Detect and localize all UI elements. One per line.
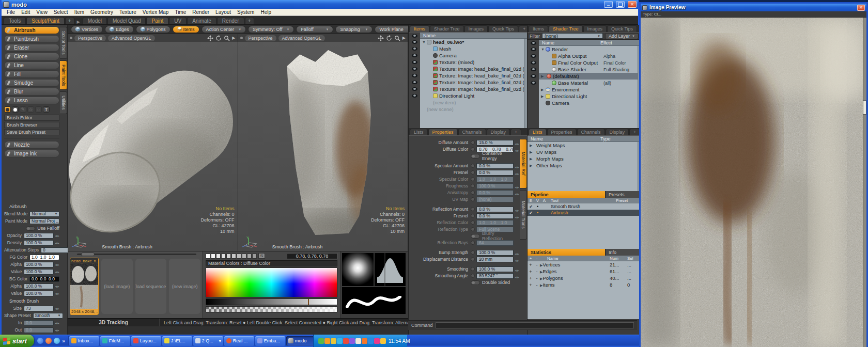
viewport-renderer-pill[interactable]: Advanced OpenGL bbox=[278, 35, 326, 41]
tab-display[interactable]: Display bbox=[606, 129, 629, 135]
color-swatch[interactable] bbox=[247, 254, 252, 259]
tab-quick-tips[interactable]: Quick Tips bbox=[488, 25, 518, 32]
tab-channels[interactable]: Channels bbox=[577, 129, 605, 135]
stepper-icon[interactable] bbox=[54, 240, 59, 245]
tab-add[interactable]: + bbox=[65, 17, 74, 24]
side-tab-material-ref[interactable]: Material Ref bbox=[520, 139, 527, 188]
soft-brush-icon[interactable] bbox=[4, 106, 11, 113]
specular-fresnel-field[interactable]: 0.0 % bbox=[476, 170, 514, 176]
expander-icon[interactable] bbox=[530, 144, 534, 148]
tab-properties[interactable]: Properties bbox=[547, 129, 577, 135]
expander-icon[interactable] bbox=[541, 74, 546, 78]
add-layer-button[interactable]: Add Layer bbox=[605, 33, 639, 39]
expand-plus-icon[interactable]: + bbox=[528, 276, 534, 281]
load-image-slot[interactable]: (load image) bbox=[101, 259, 133, 314]
tab-tools[interactable]: Tools bbox=[4, 17, 26, 24]
size-field[interactable]: 73 bbox=[24, 306, 54, 311]
stat-row-edges[interactable]: +-Edges61...... bbox=[528, 268, 641, 275]
statistics-title[interactable]: Statistics bbox=[528, 249, 605, 256]
paint-mode-select[interactable]: Normal Proj ... bbox=[29, 218, 59, 224]
pipeline-row-smooth-brush[interactable]: Smooth Brush bbox=[528, 203, 641, 210]
command-input[interactable] bbox=[436, 322, 634, 328]
tab-images[interactable]: Images bbox=[464, 25, 488, 32]
quick-launch-icon[interactable] bbox=[37, 338, 43, 344]
enable-check-icon[interactable] bbox=[528, 210, 534, 215]
eye-icon[interactable] bbox=[412, 94, 417, 98]
tray-icon[interactable] bbox=[337, 338, 343, 344]
visible-dot-icon[interactable] bbox=[534, 204, 541, 209]
tab-channels[interactable]: Channels bbox=[458, 129, 486, 135]
tool-line[interactable]: Line bbox=[4, 61, 59, 69]
viewport-renderer-pill[interactable]: Advanced OpenGL bbox=[108, 35, 155, 41]
item-row-texture[interactable]: Texture: (mixed) bbox=[420, 59, 527, 66]
vertices-mode-button[interactable]: Vertices bbox=[71, 26, 103, 33]
item-row-scene[interactable]: head_06.lwo* bbox=[420, 39, 527, 45]
zoom-icon[interactable] bbox=[394, 35, 400, 41]
eye-icon[interactable] bbox=[531, 54, 536, 58]
channel-icon[interactable] bbox=[471, 207, 475, 211]
tab-model-quad[interactable]: Model Quad bbox=[107, 17, 146, 24]
viewport-menu-dot[interactable] bbox=[70, 37, 72, 39]
stat-row-items[interactable]: +-Items80 bbox=[528, 281, 641, 288]
side-tab-utilities[interactable]: Utilities bbox=[60, 91, 67, 114]
tab-images[interactable]: Images bbox=[583, 25, 607, 32]
bg-color-field[interactable]: 0.0 0.0 0.0 bbox=[29, 276, 59, 282]
conserve-energy-checkbox[interactable] bbox=[471, 154, 480, 159]
pan-icon[interactable] bbox=[378, 35, 384, 41]
info-label[interactable]: Info bbox=[605, 249, 641, 256]
zoom-icon[interactable] bbox=[224, 35, 230, 41]
tool-smudge[interactable]: Smudge bbox=[4, 79, 59, 87]
side-tab-material-trans[interactable]: Material Trans bbox=[520, 190, 527, 240]
color-swatch[interactable] bbox=[242, 254, 246, 259]
item-row-camera[interactable]: Camera bbox=[420, 52, 527, 59]
shader-row-final-color[interactable]: Final Color OutputFinal Color bbox=[539, 59, 641, 66]
tab-lists[interactable]: Lists bbox=[529, 129, 547, 135]
item-row-texture[interactable]: Texture: Image: head_bake_final_02d (3) bbox=[420, 66, 527, 72]
modo-titlebar[interactable]: modo bbox=[2, 0, 638, 9]
rotate-icon[interactable] bbox=[215, 35, 222, 41]
maximize-button[interactable] bbox=[616, 1, 625, 8]
tab-display[interactable]: Display bbox=[487, 129, 510, 135]
side-tab-paint-tools[interactable]: Paint Tools bbox=[60, 60, 67, 90]
task-button-group[interactable]: 2 Q... bbox=[193, 336, 223, 346]
task-button-folder[interactable]: J:\EL... bbox=[162, 336, 192, 346]
shader-row-render[interactable]: Render bbox=[539, 46, 641, 53]
tab-quick-tips[interactable]: Quick Tips bbox=[607, 25, 637, 32]
task-button-embarcadero[interactable]: Emba... bbox=[255, 336, 285, 346]
specular-amount-field[interactable]: 0.0 % bbox=[476, 163, 514, 169]
out-field[interactable]: 0.0 bbox=[24, 327, 54, 333]
anisotropy-field[interactable]: 0.0 % bbox=[476, 190, 514, 196]
stepper-icon[interactable] bbox=[54, 320, 59, 325]
expander-icon[interactable] bbox=[541, 94, 546, 99]
stepper-icon[interactable] bbox=[54, 306, 59, 311]
list-row-other-maps[interactable]: Other Maps bbox=[528, 162, 641, 169]
tool-eraser[interactable]: Eraser bbox=[4, 44, 59, 52]
expander-icon[interactable] bbox=[530, 164, 534, 168]
shader-row-environment[interactable]: Environment bbox=[539, 86, 641, 93]
collapse-minus-icon[interactable]: - bbox=[534, 276, 540, 281]
stepper-icon[interactable] bbox=[54, 233, 59, 238]
close-button[interactable] bbox=[628, 1, 637, 8]
star-brush-icon[interactable]: ☆ bbox=[27, 106, 34, 113]
opacity-field[interactable]: 100.0 % bbox=[24, 233, 54, 239]
presets-label[interactable]: Presets bbox=[605, 191, 641, 198]
diffuse-amount-field[interactable]: 15.0 % bbox=[476, 140, 514, 146]
task-button-layout[interactable]: Layou... bbox=[131, 336, 161, 346]
channel-icon[interactable] bbox=[471, 257, 475, 261]
start-button[interactable]: start bbox=[0, 335, 34, 347]
uv-map-select[interactable]: (none) bbox=[476, 197, 514, 202]
value-slider-marker[interactable] bbox=[308, 299, 309, 305]
menu-item[interactable]: Item bbox=[71, 9, 87, 15]
shader-row-default-mat[interactable]: (defaultMat) bbox=[539, 73, 641, 80]
eye-icon[interactable] bbox=[531, 61, 536, 65]
viewport-mode-pill[interactable]: Perspective bbox=[245, 35, 276, 41]
fg-color-field[interactable]: 1.0 1.0 1.0 bbox=[29, 255, 59, 260]
hard-brush-icon[interactable] bbox=[12, 106, 19, 113]
tray-icon[interactable] bbox=[374, 338, 380, 344]
side-tab-sculpt-tools[interactable]: Sculpt Tools bbox=[60, 27, 67, 59]
stepper-icon[interactable] bbox=[514, 211, 519, 220]
minimize-button[interactable] bbox=[604, 1, 613, 8]
channel-icon[interactable] bbox=[471, 220, 475, 225]
displacement-distance-field[interactable]: 20 mm bbox=[476, 257, 514, 262]
smoothing-field[interactable]: 100.0 % bbox=[476, 266, 514, 272]
